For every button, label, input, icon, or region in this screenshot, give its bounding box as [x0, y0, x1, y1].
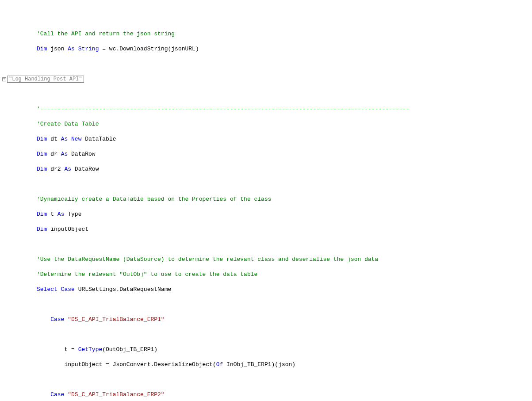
code-line: Case "DS_C_API_TrialBalance_ERP1"	[2, 316, 532, 323]
code-line: 'Create Data Table	[2, 120, 532, 128]
blank-line	[2, 301, 532, 308]
code-line: Dim inputObject	[2, 225, 532, 233]
blank-line	[2, 90, 532, 98]
code-line: 'Dynamically create a DataTable based on…	[2, 195, 532, 203]
code-line: inputObject = JsonConvert.DeserializeObj…	[2, 361, 532, 368]
blank-line	[2, 241, 532, 248]
blank-line	[2, 180, 532, 188]
code-line: 'Call the API and return the json string	[2, 30, 532, 38]
folded-region-line: +"Log Handling Post API"	[2, 75, 532, 83]
comment: 'Call the API and return the json string	[37, 31, 175, 37]
code-line: Dim dt As New DataTable	[2, 135, 532, 143]
expand-icon[interactable]: +	[2, 77, 6, 81]
code-line: Select Case URLSettings.DataRequestName	[2, 286, 532, 293]
code-editor[interactable]: 'Call the API and return the json string…	[0, 23, 532, 401]
comment: 'Use the DataRequestName (DataSource) to…	[37, 256, 378, 263]
code-line: t = GetType(OutObj_TB_ERP1)	[2, 346, 532, 353]
code-line: Case "DS_C_API_TrialBalance_ERP2"	[2, 391, 532, 398]
comment: 'Determine the relevant "OutObj" to use …	[37, 271, 257, 278]
code-line: Dim t As Type	[2, 210, 532, 218]
blank-line	[2, 60, 532, 68]
folded-region-label[interactable]: "Log Handling Post API"	[7, 76, 84, 83]
code-line: Dim dr2 As DataRow	[2, 165, 532, 173]
blank-line	[2, 376, 532, 383]
comment: 'Create Data Table	[37, 121, 99, 127]
comment-separator: '---------------------------------------…	[37, 106, 410, 112]
code-line: Dim dr As DataRow	[2, 150, 532, 158]
code-line: 'Use the DataRequestName (DataSource) to…	[2, 256, 532, 263]
code-line: Dim json As String = wc.DownloadString(j…	[2, 45, 532, 53]
code-line: 'Determine the relevant "OutObj" to use …	[2, 271, 532, 278]
comment: 'Dynamically create a DataTable based on…	[37, 196, 272, 202]
blank-line	[2, 331, 532, 338]
code-line: '---------------------------------------…	[2, 105, 532, 113]
